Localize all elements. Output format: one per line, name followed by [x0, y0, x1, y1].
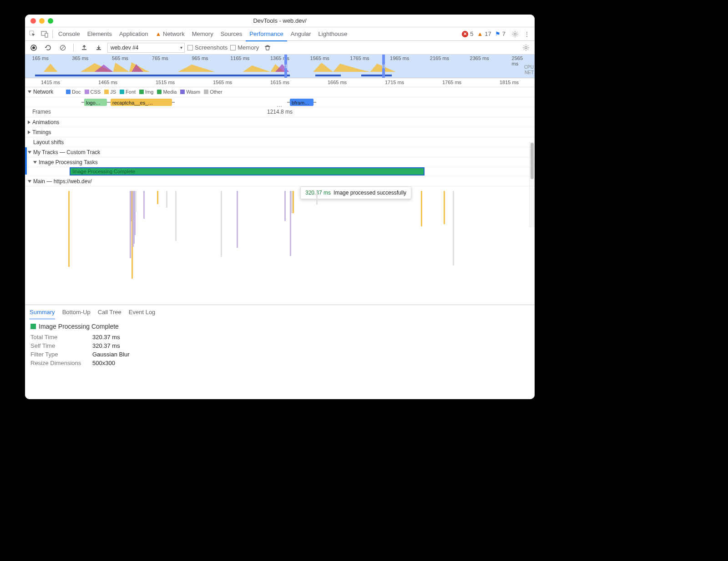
- record-button[interactable]: [28, 42, 40, 54]
- legend-label: Font: [126, 89, 136, 95]
- details-tab-summary[interactable]: Summary: [30, 305, 55, 320]
- tab-label: Sources: [221, 30, 243, 37]
- flame-bar[interactable]: [453, 191, 454, 265]
- capture-settings-icon[interactable]: [520, 42, 532, 54]
- upload-profile-icon[interactable]: [78, 42, 90, 54]
- warning-counter[interactable]: ▲17: [477, 30, 491, 37]
- flame-bar[interactable]: [316, 191, 318, 205]
- screenshots-checkbox[interactable]: Screenshots: [187, 44, 228, 51]
- flame-bar[interactable]: [284, 191, 286, 221]
- frames-track[interactable]: Frames 1214.8 ms ⋯: [25, 107, 535, 117]
- flame-bar[interactable]: [237, 191, 238, 248]
- download-profile-icon[interactable]: [93, 42, 105, 54]
- legend-swatch: [180, 90, 185, 94]
- summary-title-row: Image Processing Complete: [30, 323, 529, 330]
- overview-net-graph: [25, 75, 535, 76]
- main-thread-flamechart[interactable]: 320.37 msImage processed successfully: [25, 186, 535, 305]
- tab-performance[interactable]: Performance: [246, 27, 287, 41]
- tracks-container: Network DocCSSJSFontImgMediaWasmOther lo…: [25, 87, 535, 305]
- overview-selection-handle-right[interactable]: [382, 55, 385, 78]
- legend-label: Other: [210, 89, 222, 95]
- main-thread-label: Main — https://web.dev/: [33, 178, 92, 185]
- timeline-overview[interactable]: 165 ms365 ms565 ms765 ms965 ms1165 ms136…: [25, 55, 535, 78]
- recording-select[interactable]: web.dev #4: [107, 43, 185, 53]
- network-track-label: Network: [33, 89, 53, 95]
- overview-tick: 1565 ms: [310, 55, 329, 61]
- garbage-collect-icon[interactable]: [262, 42, 273, 54]
- overview-tick: 2365 ms: [470, 55, 489, 61]
- titlebar: DevTools - web.dev/: [25, 15, 535, 27]
- tab-sources[interactable]: Sources: [217, 27, 246, 41]
- custom-event-lane[interactable]: Image Processing Complete: [25, 167, 535, 176]
- tooltip-time: 320.37 ms: [305, 190, 331, 196]
- settings-icon[interactable]: [509, 28, 521, 40]
- tab-lighthouse[interactable]: Lighthouse: [315, 27, 351, 41]
- flame-bar[interactable]: [135, 191, 136, 212]
- tab-angular[interactable]: Angular: [287, 27, 315, 41]
- summary-value: Gaussian Blur: [92, 351, 130, 358]
- summary-key: Filter Type: [30, 351, 85, 358]
- frames-label: Frames: [32, 109, 51, 115]
- my-tracks-header[interactable]: My Tracks — Custom Track: [25, 147, 535, 157]
- details-tab-bottom-up[interactable]: Bottom-Up: [62, 305, 91, 320]
- tab-elements[interactable]: Elements: [84, 27, 116, 41]
- more-menu-icon[interactable]: ⋮: [521, 28, 533, 40]
- flame-bar[interactable]: [175, 191, 177, 241]
- flame-bar[interactable]: [444, 191, 445, 224]
- frames-value: 1214.8 ms: [267, 109, 293, 115]
- issues-counter[interactable]: ⚑7: [495, 30, 506, 37]
- scrollbar-thumb[interactable]: [531, 143, 534, 179]
- image-processing-complete-event[interactable]: Image Processing Complete: [70, 167, 425, 175]
- legend-js: JS: [104, 89, 116, 95]
- flame-bar[interactable]: [221, 191, 222, 257]
- animations-track[interactable]: Animations: [25, 117, 535, 127]
- legend-swatch: [66, 90, 71, 94]
- memory-checkbox[interactable]: Memory: [230, 44, 259, 51]
- reload-record-button[interactable]: [42, 42, 54, 54]
- network-request[interactable]: logo…: [84, 99, 107, 106]
- flame-bar[interactable]: [421, 191, 422, 226]
- tab-memory[interactable]: Memory: [188, 27, 217, 41]
- legend-swatch: [139, 90, 144, 94]
- tab-label: Memory: [192, 30, 213, 37]
- flame-bar[interactable]: [157, 191, 158, 204]
- flame-bar[interactable]: [143, 191, 145, 219]
- overview-tick: 2165 ms: [430, 55, 449, 61]
- details-tab-event-log[interactable]: Event Log: [129, 305, 156, 320]
- warning-icon: ▲: [156, 30, 163, 37]
- overview-selection-handle-left[interactable]: [284, 55, 287, 78]
- inspect-element-icon[interactable]: [27, 28, 39, 40]
- image-processing-tasks-label: Image Processing Tasks: [39, 159, 98, 165]
- flame-bar[interactable]: [293, 191, 294, 213]
- event-label: Image Processing Complete: [72, 169, 135, 174]
- summary-panel: Image Processing Complete Total Time320.…: [25, 319, 535, 399]
- detail-ruler[interactable]: 1415 ms1465 ms1515 ms1565 ms1615 ms1665 …: [25, 78, 535, 87]
- tab-console[interactable]: Console: [55, 27, 84, 41]
- error-icon: ✕: [462, 31, 468, 37]
- timings-track[interactable]: Timings: [25, 127, 535, 137]
- expand-icon: [28, 151, 31, 154]
- flame-bar[interactable]: [68, 191, 70, 267]
- legend-label: Media: [163, 89, 177, 95]
- main-thread-header[interactable]: Main — https://web.dev/: [25, 176, 535, 186]
- device-toolbar-icon[interactable]: [39, 28, 51, 40]
- network-track-header[interactable]: Network DocCSSJSFontImgMediaWasmOther: [25, 87, 535, 97]
- flame-bar[interactable]: [166, 191, 167, 208]
- tab-application[interactable]: Application: [116, 27, 152, 41]
- ellipsis-icon[interactable]: ⋯: [277, 103, 283, 110]
- legend-css: CSS: [85, 89, 101, 95]
- main-tabbar: ConsoleElementsApplication▲ NetworkMemor…: [25, 27, 535, 41]
- tab-network[interactable]: ▲ Network: [152, 27, 188, 41]
- details-tab-call-tree[interactable]: Call Tree: [98, 305, 121, 320]
- image-processing-tasks-header[interactable]: Image Processing Tasks: [25, 157, 535, 167]
- detail-tick: 1765 ms: [442, 80, 461, 85]
- summary-title: Image Processing Complete: [39, 323, 119, 330]
- network-request[interactable]: recaptcha__es_…: [111, 99, 172, 106]
- expand-icon: [28, 120, 30, 124]
- network-request[interactable]: bfram…: [290, 99, 313, 106]
- clear-button[interactable]: [57, 42, 69, 54]
- layout-shifts-track[interactable]: Layout shifts: [25, 137, 535, 147]
- layout-shifts-label: Layout shifts: [33, 139, 64, 145]
- error-counter[interactable]: ✕5: [462, 30, 473, 37]
- vertical-scrollbar[interactable]: [529, 142, 535, 227]
